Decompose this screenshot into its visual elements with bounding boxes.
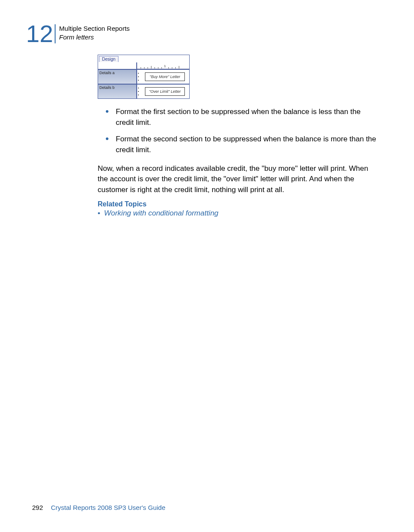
letter-box-b: "Over Limit" Letter	[145, 87, 185, 96]
bullet-icon: •	[98, 209, 100, 217]
bullet-text-1: Format the first section to be suppresse…	[116, 107, 379, 128]
row-label-a: Details a	[98, 70, 137, 84]
bullet-list: • Format the first section to be suppres…	[105, 107, 379, 156]
dot-column-icon	[138, 72, 139, 82]
header-divider	[55, 24, 56, 43]
list-item: • Format the first section to be suppres…	[105, 107, 379, 128]
bullet-icon: •	[105, 134, 109, 155]
letter-box-a: "Buy More" Letter	[145, 72, 185, 81]
content-area: Design 1	[98, 55, 379, 218]
design-row-b: Details b "Over Limit" Letter	[98, 84, 189, 98]
page-footer: 292 Crystal Reports 2008 SP3 User's Guid…	[32, 504, 165, 511]
row-label-b: Details b	[98, 85, 137, 98]
page-number: 292	[32, 504, 43, 511]
row-canvas-b: "Over Limit" Letter	[137, 85, 189, 98]
ruler-number: 1	[164, 64, 166, 68]
row-canvas-a: "Buy More" Letter	[137, 70, 189, 84]
design-figure: Design 1	[98, 55, 190, 99]
chapter-number: 12	[26, 22, 53, 46]
ruler-scale: 1	[137, 62, 189, 69]
related-topics-heading: Related Topics	[98, 200, 379, 208]
page: 12 Multiple Section Reports Form letters…	[0, 0, 414, 532]
ruler-row: 1	[98, 62, 189, 69]
design-row-a: Details a "Buy More" Letter	[98, 69, 189, 84]
tab-design: Design	[99, 56, 118, 62]
list-item: • Format the second section to be suppre…	[105, 134, 379, 155]
bullet-text-2: Format the second section to be suppress…	[116, 134, 379, 155]
ruler-left-blank	[98, 62, 137, 69]
page-header: 12 Multiple Section Reports Form letters	[26, 22, 388, 46]
related-link-text[interactable]: Working with conditional formatting	[104, 209, 219, 217]
guide-title: Crystal Reports 2008 SP3 User's Guide	[51, 504, 165, 511]
header-title: Multiple Section Reports	[59, 24, 130, 33]
related-link[interactable]: • Working with conditional formatting	[98, 209, 379, 218]
paragraph: Now, when a record indicates available c…	[98, 163, 379, 196]
bullet-icon: •	[105, 107, 109, 128]
dot-column-icon	[138, 86, 139, 97]
header-text: Multiple Section Reports Form letters	[59, 22, 130, 41]
tab-row: Design	[98, 55, 189, 62]
header-subtitle: Form letters	[59, 33, 130, 42]
